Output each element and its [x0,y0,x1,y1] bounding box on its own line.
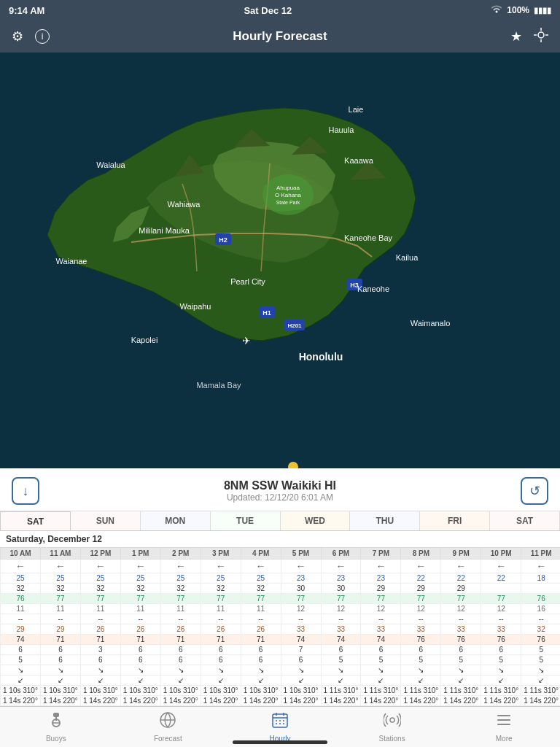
swell1-row: 2929262626262633 3333333333323232 323232… [1,624,561,635]
svg-text:H1: H1 [262,309,271,317]
tab-thu[interactable]: THU [350,511,420,530]
tab-forecast[interactable]: Forecast [112,707,225,747]
svg-text:Wahiawa: Wahiawa [168,200,201,209]
svg-text:Pearl City: Pearl City [230,277,265,286]
svg-text:H2: H2 [219,236,228,244]
date-label: Saturday, December 12 [0,531,560,547]
gear-icon[interactable]: ⚙ [12,28,23,44]
col-11am: 11 AM [40,548,80,560]
map-container[interactable]: H1 H2 H3 H201 Ahupuaa O Kahana State Par… [0,53,560,468]
svg-text:Waialua: Waialua [96,160,125,169]
svg-text:Waianae: Waianae [55,257,87,266]
swell2b-row: 56666666 55555554 4444443 [1,655,561,665]
status-time: 9:14 AM [9,5,44,16]
forecast-panel: ↓ 8NM SSW Waikiki HI Updated: 12/12/20 6… [0,468,560,706]
col-8pm: 8 PM [401,548,441,560]
hourly-icon [271,711,289,733]
tab-more[interactable]: More [448,707,560,747]
forecast-location: 8NM SSW Waikiki HI [39,479,521,492]
svg-text:Laie: Laie [349,105,364,114]
swell2-arrow-row: ↙↙↙↙↙↙↙↙ ↙↙↙↙↙↙↙↙ ↙↙↙↙↙↙↙ [1,676,561,686]
svg-point-50 [390,718,394,722]
home-indicator [233,740,327,744]
tab-fri[interactable]: FRI [420,511,490,530]
swell2-row: 66366667 66666565 5554444 [1,645,561,655]
svg-text:H201: H201 [287,322,302,329]
nav-title: Hourly Forecast [233,29,327,44]
wind-gust-row: 3232323232323230 30292929 [1,584,561,594]
wind-speed-row: 2525252525252523 2323222222181818 151515… [1,573,561,584]
svg-text:Kaneohe: Kaneohe [357,285,389,293]
info-icon[interactable]: i [35,29,50,44]
svg-text:Mamala Bay: Mamala Bay [196,381,241,390]
col-7pm: 7 PM [361,548,401,560]
svg-rect-51 [497,715,510,716]
svg-text:Hauula: Hauula [329,125,355,134]
tab-stations[interactable]: Stations [336,707,448,747]
col-10pm: 10 PM [481,548,521,560]
tab-buoys-label: Buoys [46,735,66,743]
svg-rect-35 [53,713,59,717]
nav-bar: ⚙ i Hourly Forecast ★ [0,20,560,53]
swell1b-row: 7471717171717174 7474767676767979 797979… [1,635,561,645]
svg-text:Kaaawa: Kaaawa [344,156,374,165]
more-icon [495,711,513,733]
tab-sat[interactable]: SAT [0,511,71,531]
col-4pm: 4 PM [241,548,281,560]
battery-status: 100% [507,5,529,15]
tab-mon[interactable]: MON [141,511,211,530]
col-11pm: 11 PM [521,548,560,560]
col-2pm: 2 PM [160,548,201,560]
svg-text:Ahupuaa: Ahupuaa [276,185,300,191]
svg-text:Honolulu: Honolulu [299,351,343,363]
tab-sat2[interactable]: SAT [490,511,560,530]
svg-text:State Park: State Park [276,200,300,205]
tab-forecast-label: Forecast [154,735,182,743]
svg-point-0 [538,32,544,38]
tab-stations-label: Stations [379,735,405,743]
svg-text:Waipahu: Waipahu [179,302,211,311]
wind-arrow-row: ←←←←←←←← ←←←←←←←← ←←←←←←← [1,560,561,573]
col-10am: 10 AM [1,548,41,560]
status-date: Sat Dec 12 [244,5,292,16]
forecast-icon [159,711,176,733]
tab-buoys[interactable]: Buoys [0,707,112,747]
download-button[interactable]: ↓ [12,477,39,505]
wave-period-row: 1111111111111112 1212121212161616 161610… [1,604,561,614]
tab-more-label: More [496,735,513,743]
col-5pm: 5 PM [281,548,321,560]
wifi-icon [491,5,502,16]
buoy-icon [47,711,65,733]
stations-icon [384,711,401,733]
svg-text:✈: ✈ [242,335,251,347]
swell1-arrow-row: ↘↘↘↘↘↘↘↘ ↘↘↘↘↘↘↘↘ ↘↘↘↘↘↘↘ [1,665,561,676]
swell2-info-row: 1 14s 220°1 14s 220°1 14s 220°1 14s 220°… [1,696,561,706]
col-6pm: 6 PM [321,548,361,560]
svg-text:Kapolei: Kapolei [131,336,158,344]
refresh-button[interactable]: ↺ [521,477,548,505]
tab-sun[interactable]: SUN [71,511,141,530]
wave-height-row: 7677777777777777 7777777777767676 757575… [1,594,561,604]
col-9pm: 9 PM [441,548,481,560]
star-icon[interactable]: ★ [510,28,522,44]
svg-text:Kailua: Kailua [396,253,419,262]
forecast-updated: Updated: 12/12/20 6:01 AM [39,492,521,503]
svg-rect-52 [497,719,510,721]
swell1-info-row: 1 10s 310°1 10s 310°1 10s 310°1 10s 310°… [1,686,561,696]
time-header-row: 10 AM 11 AM 12 PM 1 PM 2 PM 3 PM 4 PM 5 … [1,548,561,560]
location-icon[interactable] [534,28,548,46]
day-tabs: SAT SUN MON TUE WED THU FRI SAT [0,511,560,531]
svg-rect-53 [497,724,510,725]
wave-dir-row: ---------------- ---------------- ------… [1,614,561,624]
location-dot [288,462,298,468]
forecast-table: 10 AM 11 AM 12 PM 1 PM 2 PM 3 PM 4 PM 5 … [0,547,560,706]
col-1pm: 1 PM [120,548,160,560]
svg-text:Kaneohe Bay: Kaneohe Bay [344,233,393,242]
svg-text:O Kahana: O Kahana [275,192,302,198]
col-3pm: 3 PM [201,548,241,560]
tab-wed[interactable]: WED [281,511,351,530]
col-12pm: 12 PM [80,548,120,560]
tab-tue[interactable]: TUE [211,511,281,530]
data-table-wrapper[interactable]: 10 AM 11 AM 12 PM 1 PM 2 PM 3 PM 4 PM 5 … [0,547,560,706]
svg-text:Mililani Mauka: Mililani Mauka [139,226,190,235]
